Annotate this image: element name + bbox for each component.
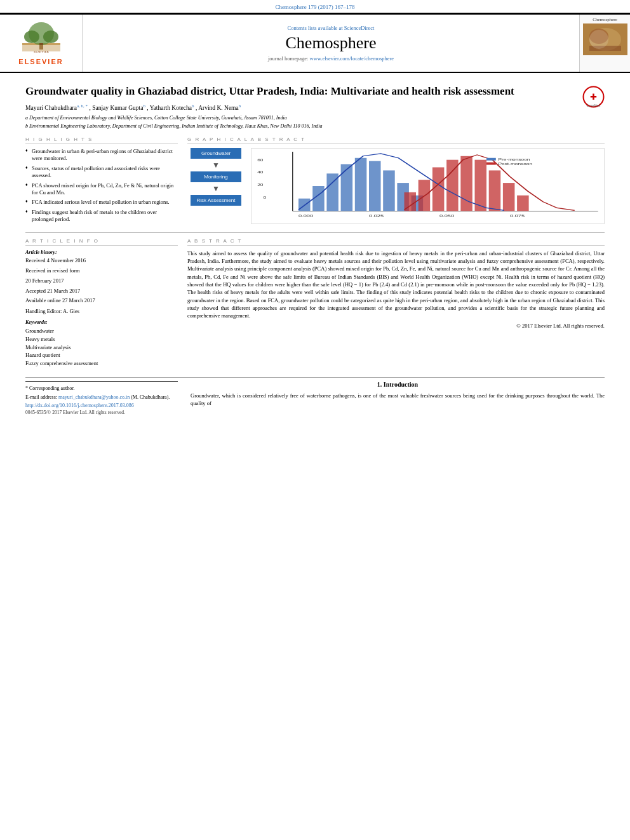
article-info: A R T I C L E I N F O Article history: R… (25, 238, 178, 368)
graphical-abstract-heading: G R A P H I C A L A B S T R A C T (187, 137, 605, 144)
footnotes: * Corresponding author. E-mail address: … (25, 381, 178, 415)
keyword-2: Heavy metals (25, 335, 178, 343)
article-content: ✚ CrossMark Groundwater quality in Ghazi… (0, 73, 630, 422)
author4-sup: b (239, 103, 241, 109)
svg-rect-40 (486, 162, 496, 164)
svg-text:20: 20 (257, 183, 264, 187)
svg-text:0: 0 (264, 196, 267, 199)
highlight-item-1: Groundwater in urban & peri-urban region… (25, 148, 178, 163)
author2-name: , Sanjay Kumar Gupta (89, 105, 143, 111)
elsevier-brand: ELSEVIER (18, 58, 63, 65)
handling-editor: Handling Editor: A. Gies (25, 308, 178, 316)
abstract-section: A B S T R A C T This study aimed to asse… (187, 238, 605, 368)
svg-text:Pre-monsoon: Pre-monsoon (499, 157, 530, 161)
available-date: Available online 27 March 2017 (25, 297, 178, 305)
flow-box-monitoring: Monitoring (191, 171, 241, 182)
graphical-abstract-section: G R A P H I C A L A B S T R A C T Ground… (187, 137, 605, 226)
affiliation-a: a Department of Environmental Biology an… (25, 114, 605, 121)
doi-link[interactable]: http://dx.doi.org/10.1016/j.chemosphere.… (25, 403, 178, 408)
svg-point-3 (43, 30, 58, 43)
svg-rect-21 (369, 161, 381, 211)
author3-name: , Yatharth Kotecha (147, 105, 192, 111)
svg-text:0.050: 0.050 (439, 214, 454, 218)
svg-rect-38 (486, 157, 496, 160)
corresponding-author: * Corresponding author. (25, 385, 178, 392)
contents-label: Contents lists available at (288, 25, 343, 31)
thumb-image (583, 23, 627, 55)
flow-box-risk: Risk Assessment (191, 195, 241, 206)
svg-text:✚: ✚ (590, 92, 597, 102)
highlights-heading: H I G H L I G H T S (25, 137, 178, 144)
journal-title: Chemosphere (286, 34, 377, 53)
graphical-abstract-content: Groundwater ▼ Monitoring ▼ Risk Assessme… (187, 148, 605, 224)
author1-sup: a, b, * (77, 103, 88, 109)
svg-rect-30 (475, 159, 487, 211)
svg-rect-22 (383, 170, 395, 211)
email-link[interactable]: mayuri_chabukdhara@yahoo.co.in (58, 394, 130, 400)
flow-arrow-2: ▼ (212, 185, 220, 192)
keyword-5: Fuzzy comprehensive assessment (25, 359, 178, 368)
svg-rect-32 (503, 183, 515, 211)
svg-text:60: 60 (257, 158, 264, 161)
highlights-section: H I G H L I G H T S Groundwater in urban… (25, 137, 178, 226)
article-info-heading: A R T I C L E I N F O (25, 238, 178, 246)
email-label: E-mail address: (25, 394, 57, 400)
email-suffix: (M. Chabukdhara). (131, 394, 170, 400)
chart-svg: 0.000 0.025 0.050 0.075 Pre-monsoon Post… (251, 149, 604, 223)
revised-label: Received in revised form (25, 267, 178, 275)
graphical-abstract-chart: 0.000 0.025 0.050 0.075 Pre-monsoon Post… (251, 148, 605, 224)
author1-name: Mayuri Chabukdhara (25, 105, 77, 111)
highlights-list: Groundwater in urban & peri-urban region… (25, 148, 178, 223)
article-title: Groundwater quality in Ghaziabad distric… (25, 84, 605, 98)
journal-reference-link[interactable]: Chemosphere 179 (2017) 167–178 (275, 4, 354, 10)
author4-name: , Arvind K. Nema (196, 105, 239, 111)
svg-text:40: 40 (257, 171, 264, 174)
svg-text:CrossMark: CrossMark (587, 104, 601, 107)
contents-line: Contents lists available at ScienceDirec… (288, 25, 375, 31)
highlight-item-3: PCA showed mixed origin for Pb, Cd, Zn, … (25, 182, 178, 197)
authors-line: Mayuri Chabukdharaa, b, * , Sanjay Kumar… (25, 103, 605, 111)
svg-rect-31 (489, 170, 501, 211)
svg-text:ELSEVIER: ELSEVIER (34, 50, 49, 53)
abstract-text: This study aimed to assess the quality o… (187, 250, 605, 320)
highlight-item-5: Findings suggest health risk of metals t… (25, 209, 178, 223)
highlight-item-2: Sources, status of metal pollution and a… (25, 165, 178, 180)
journal-header: ELSEVIER ELSEVIER Contents lists availab… (0, 13, 630, 73)
author2-sup: b (143, 103, 145, 109)
elsevier-logo: ELSEVIER ELSEVIER (0, 15, 83, 72)
flow-diagram: Groundwater ▼ Monitoring ▼ Risk Assessme… (187, 148, 245, 206)
svg-text:0.075: 0.075 (510, 214, 525, 218)
svg-point-9 (589, 29, 608, 44)
svg-text:0.000: 0.000 (298, 214, 313, 218)
elsevier-tree-icon: ELSEVIER (19, 21, 64, 56)
keyword-3: Multivariate analysis (25, 343, 178, 352)
flow-arrow-1: ▼ (212, 161, 220, 169)
highlights-graphical-section: H I G H L I G H T S Groundwater in urban… (25, 137, 605, 226)
revised-date: 20 February 2017 (25, 277, 178, 285)
author3-sup: b (192, 103, 194, 109)
rights-text: 0045-6535/© 2017 Elsevier Ltd. All right… (25, 410, 178, 415)
svg-text:Post-monsoon: Post-monsoon (499, 162, 533, 165)
accepted-date: Accepted 21 March 2017 (25, 288, 178, 295)
svg-rect-10 (589, 46, 621, 51)
svg-rect-29 (460, 156, 473, 211)
homepage-link[interactable]: www.elsevier.com/locate/chemosphere (310, 55, 394, 62)
journal-homepage: journal homepage: www.elsevier.com/locat… (268, 55, 394, 62)
svg-rect-33 (517, 195, 529, 211)
svg-rect-20 (355, 157, 367, 211)
top-bar: Chemosphere 179 (2017) 167–178 (0, 0, 630, 13)
info-abstract-section: A R T I C L E I N F O Article history: R… (25, 232, 605, 368)
intro-text: Groundwater, which is considered relativ… (191, 392, 605, 408)
journal-thumbnail: Chemosphere (579, 15, 630, 72)
affiliation-b: b Environmental Engineering Laboratory, … (25, 123, 605, 130)
copyright-notice: © 2017 Elsevier Ltd. All rights reserved… (187, 323, 605, 329)
svg-text:0.025: 0.025 (369, 214, 384, 218)
abstract-heading: A B S T R A C T (187, 238, 605, 246)
keywords-label: Keywords: (25, 319, 178, 325)
keyword-1: Groundwater (25, 327, 178, 335)
thumb-label: Chemosphere (593, 17, 617, 22)
svg-rect-19 (341, 164, 353, 211)
article-history-label: Article history: (25, 250, 178, 255)
keywords-list: Groundwater Heavy metals Multivariate an… (25, 327, 178, 368)
sciencedirect-link[interactable]: ScienceDirect (344, 25, 375, 31)
